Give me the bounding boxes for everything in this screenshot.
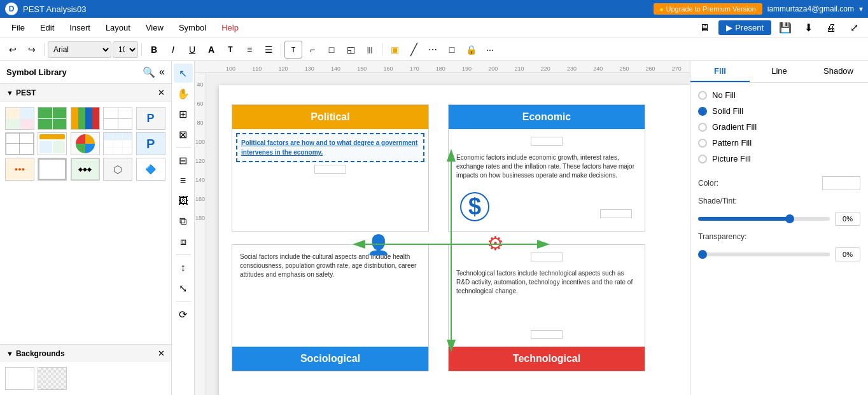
pest-collapse-arrow[interactable]: ▼ (6, 89, 13, 97)
transparency-thumb[interactable] (698, 250, 707, 259)
fill-option-picture[interactable]: Picture Fill (698, 154, 860, 163)
tab-line[interactable]: Line (750, 61, 809, 82)
menu-view[interactable]: View (139, 20, 170, 35)
italic-button[interactable]: I (164, 41, 182, 59)
shape3-button[interactable]: ◱ (342, 41, 360, 59)
menu-symbol[interactable]: Symbol (172, 20, 213, 35)
color-box[interactable] (822, 176, 860, 190)
underline-button[interactable]: U (183, 41, 201, 59)
radio-picture-fill[interactable] (698, 155, 707, 163)
template-item-15[interactable]: 🔷 (136, 158, 165, 181)
text-box-button[interactable]: T (284, 41, 302, 59)
pest-close-icon[interactable]: ✕ (158, 88, 165, 97)
font-color-button[interactable]: A (202, 41, 220, 59)
align2-button[interactable]: ☰ (260, 41, 277, 59)
tab-fill[interactable]: Fill (690, 61, 750, 82)
line-color-button[interactable]: ╱ (405, 41, 423, 59)
stack-tool-button[interactable]: ≡ (174, 171, 193, 190)
present-button[interactable]: ▶ Present (718, 20, 771, 35)
radio-gradient-fill[interactable] (698, 123, 707, 132)
ungroup-tool-button[interactable]: ⧈ (174, 232, 193, 251)
template-item-1[interactable] (5, 107, 34, 130)
template-item-5[interactable]: P (136, 107, 165, 130)
print-icon[interactable]: 🖨 (822, 19, 840, 37)
border-button[interactable]: □ (443, 41, 461, 59)
bg-collapse-arrow[interactable]: ▼ (6, 350, 13, 357)
select-tool-button[interactable]: ↖ (174, 64, 193, 83)
political-content[interactable]: Political factors are how and to what de… (236, 133, 424, 162)
sociological-quadrant[interactable]: Social factors include the cultural aspe… (232, 244, 429, 371)
panel-collapse-icon[interactable]: « (159, 66, 165, 78)
bg-item-pattern[interactable] (38, 367, 67, 390)
shape1-button[interactable]: ⌐ (304, 41, 321, 59)
canvas-wrapper: Political Political factors are how and … (206, 73, 690, 395)
bold-button[interactable]: B (145, 41, 163, 59)
redo-button[interactable]: ↪ (23, 41, 41, 59)
shade-tint-input[interactable] (835, 212, 860, 226)
lock-button[interactable]: 🔒 (462, 41, 480, 59)
shape4-button[interactable]: ||| (361, 41, 379, 59)
canvas[interactable]: Political Political factors are how and … (219, 85, 690, 395)
template-item-13[interactable]: ◆◆◆ (71, 158, 100, 181)
tab-shadow[interactable]: Shadow (809, 61, 868, 82)
technological-quadrant[interactable]: ⚙ Technological factors include technolo… (448, 244, 645, 371)
text-wrap-tool-button[interactable]: ↕ (174, 258, 193, 277)
economic-quadrant[interactable]: Economic Economic factors include econom… (448, 104, 645, 232)
template-item-11[interactable]: ●●● (5, 158, 34, 181)
fill-option-no-fill[interactable]: No Fill (698, 90, 860, 100)
shape-tool-button[interactable]: ⊞ (174, 104, 193, 123)
menu-file[interactable]: File (5, 20, 31, 35)
shape2-button[interactable]: □ (323, 41, 340, 59)
fill-color-button[interactable]: ▣ (386, 41, 403, 59)
template-item-4[interactable] (103, 107, 132, 130)
menu-edit[interactable]: Edit (34, 20, 60, 35)
radio-no-fill[interactable] (698, 91, 707, 100)
table-tool-button[interactable]: ⊟ (174, 151, 193, 170)
template-item-12[interactable] (38, 158, 67, 181)
ruler-v-tick: 120 (195, 151, 206, 170)
share-icon[interactable]: ⤢ (845, 19, 863, 37)
template-item-14[interactable]: ⬡ (103, 158, 132, 181)
upgrade-button[interactable]: Upgrade to Premium Version (654, 3, 762, 15)
bg-close-icon[interactable]: ✕ (158, 349, 165, 358)
group-tool-button[interactable]: ⧉ (174, 212, 193, 231)
fill-option-pattern[interactable]: Pattern Fill (698, 138, 860, 148)
line-style-button[interactable]: ⋯ (424, 41, 442, 59)
bg-item-white[interactable] (5, 367, 34, 390)
monitor-icon[interactable]: 🖥 (696, 19, 713, 37)
template-item-2[interactable] (38, 107, 67, 130)
radio-solid-fill[interactable] (698, 107, 707, 116)
font-size-selector[interactable]: 10 12 14 16 (113, 41, 138, 58)
template-item-7[interactable] (38, 132, 67, 155)
pest-section-header: ▼ PEST ✕ (0, 84, 171, 102)
transparency-slider[interactable] (698, 253, 830, 256)
more-button[interactable]: ··· (481, 41, 499, 59)
transparency-input[interactable] (835, 247, 860, 261)
menu-help[interactable]: Help (215, 20, 245, 35)
history-tool-button[interactable]: ⟳ (174, 305, 193, 324)
image-tool-button[interactable]: 🖼 (174, 191, 193, 211)
connector-tool-button[interactable]: ⊠ (174, 125, 193, 144)
template-item-6[interactable] (5, 132, 34, 155)
template-item-8[interactable] (71, 132, 100, 155)
fill-option-solid[interactable]: Solid Fill (698, 106, 860, 116)
menu-layout[interactable]: Layout (99, 20, 137, 35)
radio-pattern-fill[interactable] (698, 139, 707, 148)
undo-button[interactable]: ↩ (4, 41, 22, 59)
panel-search-icon[interactable]: 🔍 (143, 66, 155, 78)
template-item-9[interactable] (103, 132, 132, 155)
fill-option-gradient[interactable]: Gradient Fill (698, 122, 860, 132)
align-button[interactable]: ≡ (241, 41, 258, 59)
political-quadrant[interactable]: Political Political factors are how and … (232, 104, 429, 232)
hand-tool-button[interactable]: ✋ (174, 84, 193, 103)
save-icon[interactable]: 💾 (776, 19, 794, 37)
template-item-3[interactable] (71, 107, 100, 130)
font-selector[interactable]: Arial (48, 41, 111, 58)
shade-tint-thumb[interactable] (785, 214, 794, 223)
scale-tool-button[interactable]: ⤡ (174, 279, 193, 298)
text-button[interactable]: T (221, 41, 239, 59)
template-item-10[interactable]: P (136, 132, 165, 155)
menu-insert[interactable]: Insert (63, 20, 97, 35)
download-icon[interactable]: ⬇ (799, 19, 817, 37)
shade-tint-slider[interactable] (698, 217, 830, 221)
